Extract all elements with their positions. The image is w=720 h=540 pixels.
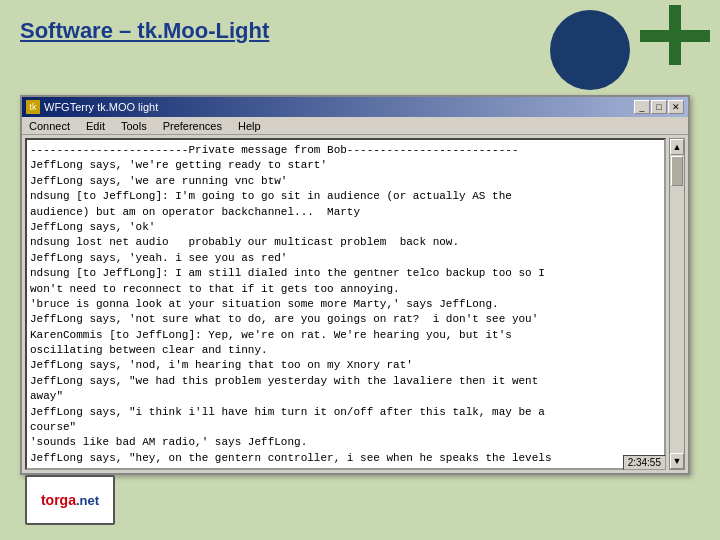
chat-display[interactable]: ------------------------Private message … [25, 138, 666, 470]
logo-suffix: net [80, 493, 100, 508]
scroll-down-button[interactable]: ▼ [670, 453, 684, 469]
menu-preferences[interactable]: Preferences [160, 119, 225, 133]
close-button[interactable]: ✕ [668, 100, 684, 114]
menu-tools[interactable]: Tools [118, 119, 150, 133]
menu-help[interactable]: Help [235, 119, 264, 133]
window-controls: _ □ ✕ [634, 100, 684, 114]
logo-text: torga.net [41, 492, 99, 508]
window-titlebar: tk WFGTerry tk.MOO light _ □ ✕ [22, 97, 688, 117]
scroll-track[interactable] [670, 155, 684, 453]
vertical-scrollbar[interactable]: ▲ ▼ [669, 138, 685, 470]
scroll-up-button[interactable]: ▲ [670, 139, 684, 155]
scroll-thumb[interactable] [671, 156, 683, 186]
window-icon: tk [26, 100, 40, 114]
menu-connect[interactable]: Connect [26, 119, 73, 133]
menubar: Connect Edit Tools Preferences Help [22, 117, 688, 135]
decorative-cross-vertical [669, 5, 681, 65]
page-title: Software – tk.Moo-Light [20, 18, 269, 44]
chat-text: ------------------------Private message … [30, 143, 661, 470]
application-window: tk WFGTerry tk.MOO light _ □ ✕ Connect E… [20, 95, 690, 475]
status-bar: 2:34:55 [623, 455, 666, 470]
logo: torga.net [25, 475, 115, 525]
content-area: ------------------------Private message … [22, 135, 688, 473]
window-title: WFGTerry tk.MOO light [44, 101, 634, 113]
menu-edit[interactable]: Edit [83, 119, 108, 133]
restore-button[interactable]: □ [651, 100, 667, 114]
decorative-circle [550, 10, 630, 90]
minimize-button[interactable]: _ [634, 100, 650, 114]
logo-brand: torga [41, 492, 76, 508]
